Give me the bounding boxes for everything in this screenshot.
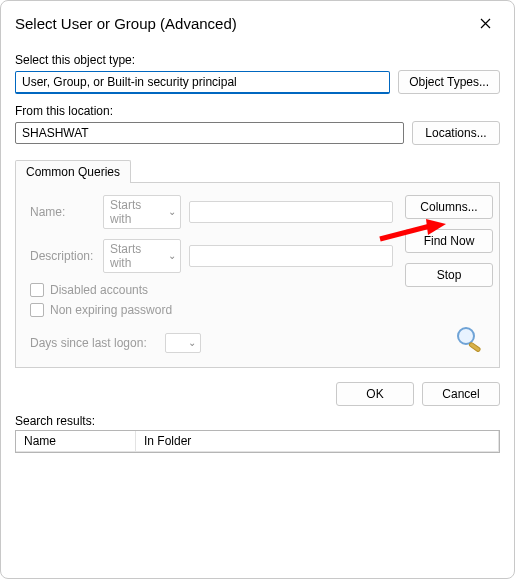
disabled-accounts-checkbox[interactable] <box>30 283 44 297</box>
tab-common-queries[interactable]: Common Queries <box>15 160 131 183</box>
column-in-folder[interactable]: In Folder <box>136 431 499 451</box>
description-input[interactable] <box>189 245 393 267</box>
days-combo[interactable]: ⌄ <box>165 333 201 353</box>
disabled-accounts-row[interactable]: Disabled accounts <box>30 283 393 297</box>
object-type-row: Object Types... <box>15 70 500 94</box>
results-grid[interactable]: Name In Folder <box>15 430 500 453</box>
description-mode-value: Starts with <box>103 239 181 273</box>
bottom-buttons: OK Cancel <box>15 382 500 406</box>
side-buttons: Columns... Find Now Stop <box>393 195 485 353</box>
location-label: From this location: <box>15 104 500 118</box>
name-input[interactable] <box>189 201 393 223</box>
object-type-label: Select this object type: <box>15 53 500 67</box>
stop-button[interactable]: Stop <box>405 263 493 287</box>
close-button[interactable] <box>466 9 504 37</box>
tab-body: Name: Starts with ⌄ Description: Starts … <box>15 183 500 368</box>
columns-button[interactable]: Columns... <box>405 195 493 219</box>
description-label: Description: <box>30 249 95 263</box>
close-icon <box>480 18 491 29</box>
dialog-content: Select this object type: Object Types...… <box>1 47 514 467</box>
locations-button[interactable]: Locations... <box>412 121 500 145</box>
titlebar: Select User or Group (Advanced) <box>1 1 514 47</box>
nonexpiring-label: Non expiring password <box>50 303 172 317</box>
nonexpiring-checkbox[interactable] <box>30 303 44 317</box>
disabled-accounts-label: Disabled accounts <box>50 283 148 297</box>
ok-button[interactable]: OK <box>336 382 414 406</box>
search-results-label: Search results: <box>15 414 500 428</box>
svg-point-0 <box>458 328 474 344</box>
find-now-button[interactable]: Find Now <box>405 229 493 253</box>
location-field[interactable] <box>15 122 404 144</box>
location-row: Locations... <box>15 121 500 145</box>
name-mode-value: Starts with <box>103 195 181 229</box>
description-mode-combo[interactable]: Starts with ⌄ <box>103 239 181 273</box>
query-form: Name: Starts with ⌄ Description: Starts … <box>30 195 393 353</box>
nonexpiring-row[interactable]: Non expiring password <box>30 303 393 317</box>
cancel-button[interactable]: Cancel <box>422 382 500 406</box>
object-type-field[interactable] <box>15 71 390 94</box>
tabstrip: Common Queries <box>15 159 500 183</box>
days-label: Days since last logon: <box>30 336 147 350</box>
dialog-window: Select User or Group (Advanced) Select t… <box>0 0 515 579</box>
dialog-title: Select User or Group (Advanced) <box>15 15 466 32</box>
description-row: Description: Starts with ⌄ <box>30 239 393 273</box>
days-value <box>165 333 201 353</box>
name-mode-combo[interactable]: Starts with ⌄ <box>103 195 181 229</box>
column-name[interactable]: Name <box>16 431 136 451</box>
days-row: Days since last logon: ⌄ <box>30 333 393 353</box>
results-header: Name In Folder <box>16 431 499 452</box>
svg-rect-1 <box>469 342 481 352</box>
search-icon <box>453 325 485 353</box>
name-label: Name: <box>30 205 95 219</box>
name-row: Name: Starts with ⌄ <box>30 195 393 229</box>
object-types-button[interactable]: Object Types... <box>398 70 500 94</box>
